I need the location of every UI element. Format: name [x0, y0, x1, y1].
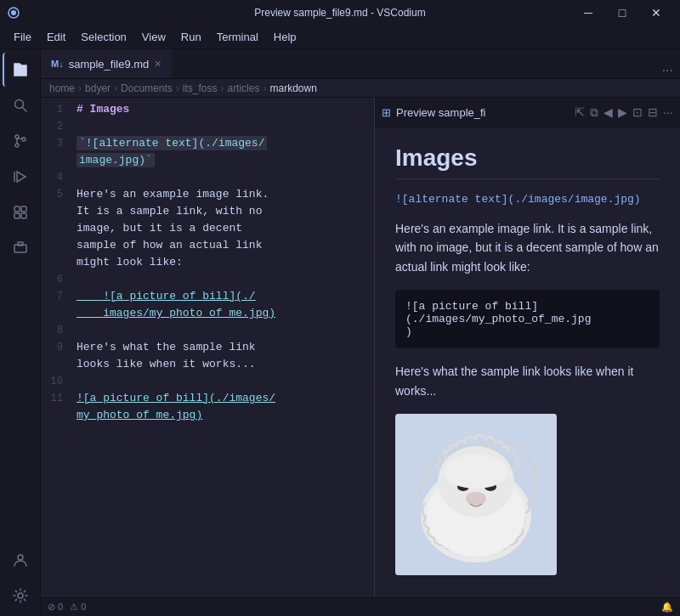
preview-open-editor-icon[interactable]: ⊡	[632, 105, 643, 119]
breadcrumb-home[interactable]: home	[49, 82, 75, 94]
warning-icon: ⚠	[70, 602, 78, 612]
svg-rect-11	[14, 206, 20, 212]
sidebar-item-extensions[interactable]	[3, 195, 37, 229]
tabs-bar: M↓ sample_file9.md ✕ ···	[41, 49, 680, 79]
code-line-1: 1 # Images	[41, 101, 374, 118]
preview-paragraph-1: Here's an example image link. It is a sa…	[395, 219, 660, 276]
status-bar: ⊘ 0 ⚠ 0 🔔	[41, 597, 680, 616]
split-pane: 1 # Images 2 3 `![alternate text](./imag…	[41, 98, 680, 597]
sidebar-item-source-control[interactable]	[3, 124, 37, 158]
sidebar-item-settings[interactable]	[3, 579, 37, 613]
sidebar-item-files[interactable]	[3, 53, 37, 87]
tab-icon: M↓	[51, 59, 64, 69]
svg-rect-14	[21, 213, 26, 218]
breadcrumb-articles[interactable]: articles	[227, 82, 259, 94]
svg-rect-12	[21, 206, 26, 212]
editor-area: M↓ sample_file9.md ✕ ··· home › bdyer › …	[41, 49, 680, 616]
activity-bar	[0, 49, 41, 616]
preview-open-external-icon[interactable]: ⇱	[575, 105, 585, 119]
code-line-3: 3 `![alternate text](./images/image.jpg)…	[41, 135, 374, 169]
preview-paragraph-2: Here's what the sample link looks like w…	[395, 362, 660, 400]
title-bar: Preview sample_file9.md - VSCodium ─ □ ✕	[0, 0, 680, 25]
menu-selection[interactable]: Selection	[74, 29, 133, 45]
preview-split-icon[interactable]: ⊟	[648, 105, 658, 119]
code-line-5: 5 Here's an example image link.It is a s…	[41, 186, 374, 271]
sidebar-item-account[interactable]	[3, 543, 37, 577]
close-button[interactable]: ✕	[639, 0, 673, 25]
activity-bar-bottom	[3, 543, 37, 613]
status-errors: ⊘ 0	[48, 602, 63, 613]
sidebar-item-search[interactable]	[3, 88, 37, 122]
svg-marker-9	[17, 172, 26, 182]
breadcrumb-markdown[interactable]: markdown	[269, 82, 316, 94]
preview-image	[395, 414, 557, 575]
preview-back-icon[interactable]: ◀	[604, 105, 613, 119]
code-line-2: 2	[41, 118, 374, 135]
status-warnings: ⚠ 0	[70, 602, 86, 613]
menu-run[interactable]: Run	[174, 29, 208, 45]
preview-code-block: ![a picture of bill] (./images/my_photo_…	[395, 290, 660, 348]
svg-point-17	[18, 555, 23, 560]
menu-edit[interactable]: Edit	[40, 29, 72, 45]
svg-rect-16	[18, 242, 23, 246]
code-line-9: 9 Here's what the sample linklooks like …	[41, 339, 374, 373]
svg-point-7	[15, 144, 19, 147]
preview-heading: Images	[395, 144, 660, 179]
title-bar-left	[7, 6, 20, 20]
code-line-10: 10	[41, 373, 374, 390]
breadcrumb-documents[interactable]: Documents	[121, 82, 173, 94]
sidebar-item-remote[interactable]	[3, 231, 37, 265]
menu-view[interactable]: View	[135, 29, 173, 45]
menu-terminal[interactable]: Terminal	[210, 29, 265, 45]
svg-point-27	[466, 492, 486, 506]
sidebar-item-run[interactable]	[3, 160, 37, 194]
svg-rect-13	[14, 213, 20, 218]
preview-content[interactable]: Images ![alternate text](./images/image.…	[375, 127, 680, 597]
svg-rect-3	[16, 71, 22, 72]
maximize-button[interactable]: □	[605, 0, 639, 25]
menu-bar: File Edit Selection View Run Terminal He…	[0, 25, 680, 49]
menu-file[interactable]: File	[7, 29, 38, 45]
svg-rect-2	[16, 69, 25, 70]
preview-forward-icon[interactable]: ▶	[618, 105, 627, 119]
menu-help[interactable]: Help	[267, 29, 303, 45]
svg-point-18	[18, 593, 23, 598]
code-line-7: 7 ![a picture of bill](./ images/my_phot…	[41, 288, 374, 322]
tab-more-button[interactable]: ···	[655, 63, 680, 78]
main-layout: M↓ sample_file9.md ✕ ··· home › bdyer › …	[0, 49, 680, 616]
app-icon	[7, 6, 20, 20]
preview-header: ⊞ Preview sample_fi ⇱ ⧉ ◀ ▶ ⊡ ⊟ ···	[375, 98, 680, 127]
preview-pane: ⊞ Preview sample_fi ⇱ ⧉ ◀ ▶ ⊡ ⊟ ··· Imag…	[374, 98, 680, 597]
status-left: ⊘ 0 ⚠ 0	[48, 602, 86, 613]
breadcrumb-its-foss[interactable]: its_foss	[183, 82, 218, 94]
preview-title: Preview sample_fi	[396, 106, 570, 119]
status-right: 🔔	[661, 602, 673, 613]
tab-sample-file[interactable]: M↓ sample_file9.md ✕	[41, 49, 172, 78]
svg-point-28	[444, 455, 508, 489]
preview-icon: ⊞	[382, 106, 391, 119]
tab-filename: sample_file9.md	[69, 58, 150, 71]
svg-line-5	[22, 108, 26, 112]
error-icon: ⊘	[48, 602, 55, 612]
code-line-8: 8	[41, 322, 374, 339]
breadcrumb: home › bdyer › Documents › its_foss › ar…	[41, 79, 680, 98]
notification-bell-icon[interactable]: 🔔	[661, 602, 673, 613]
preview-copy-icon[interactable]: ⧉	[590, 105, 598, 120]
breadcrumb-bdyer[interactable]: bdyer	[85, 82, 110, 94]
code-line-11: 11 ![a picture of bill](./images/my_phot…	[41, 390, 374, 424]
preview-link-text[interactable]: ![alternate text](./images/image.jpg)	[395, 193, 660, 206]
preview-more-icon[interactable]: ···	[663, 105, 673, 119]
window-controls[interactable]: ─ □ ✕	[571, 0, 673, 25]
minimize-button[interactable]: ─	[571, 0, 605, 25]
code-editor[interactable]: 1 # Images 2 3 `![alternate text](./imag…	[41, 98, 374, 597]
code-line-6: 6	[41, 271, 374, 288]
code-line-4: 4	[41, 169, 374, 186]
svg-point-1	[11, 10, 16, 15]
tab-close-button[interactable]: ✕	[154, 59, 162, 70]
